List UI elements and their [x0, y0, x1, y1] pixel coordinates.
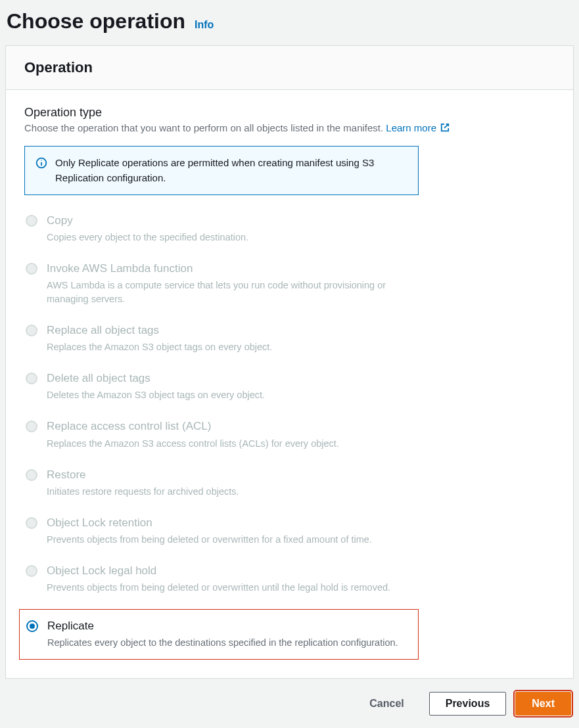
radio-description: Replaces the Amazon S3 access control li… — [47, 437, 339, 451]
radio-description: Replaces the Amazon S3 object tags on ev… — [47, 340, 272, 354]
radio-option-copy: CopyCopies every object to the specified… — [24, 211, 419, 247]
radio-text: ReplicateReplicates every object to the … — [47, 619, 398, 650]
radio-icon — [26, 215, 37, 227]
radio-option-replicate[interactable]: ReplicateReplicates every object to the … — [19, 609, 419, 660]
info-alert: Only Replicate operations are permitted … — [24, 146, 419, 195]
page-title: Choose operation — [7, 9, 185, 34]
radio-description: Prevents objects from being deleted or o… — [47, 581, 390, 595]
radio-label: Object Lock retention — [47, 516, 372, 530]
external-link-icon — [440, 123, 450, 134]
wizard-footer: Cancel Previous Next — [5, 679, 574, 728]
radio-icon — [26, 325, 37, 336]
svg-point-2 — [41, 160, 41, 161]
radio-description: Copies every object to the specified des… — [47, 231, 248, 244]
section-subtitle-text: Choose the operation that you want to pe… — [24, 122, 386, 133]
radio-description: Initiates restore requests for archived … — [47, 485, 239, 499]
panel-title: Operation — [24, 59, 555, 76]
previous-button[interactable]: Previous — [429, 692, 507, 716]
cancel-button[interactable]: Cancel — [354, 692, 419, 716]
radio-option-invoke-lambda: Invoke AWS Lambda functionAWS Lambda is … — [24, 259, 419, 309]
learn-more-link[interactable]: Learn more — [386, 122, 450, 133]
section-title: Operation type — [24, 106, 555, 120]
radio-text: Replace all object tagsReplaces the Amaz… — [47, 323, 272, 354]
radio-label: Copy — [47, 214, 248, 228]
panel-header: Operation — [6, 46, 573, 90]
radio-label: Restore — [47, 468, 239, 482]
radio-icon — [26, 565, 37, 577]
radio-text: CopyCopies every object to the specified… — [47, 214, 248, 244]
radio-icon — [26, 469, 37, 481]
radio-text: Invoke AWS Lambda functionAWS Lambda is … — [47, 262, 417, 306]
radio-option-replace-acl: Replace access control list (ACL)Replace… — [24, 417, 419, 453]
radio-label: Replicate — [47, 619, 398, 633]
radio-label: Replace access control list (ACL) — [47, 419, 339, 434]
operation-type-radio-group: CopyCopies every object to the specified… — [24, 211, 555, 660]
radio-text: RestoreInitiates restore requests for ar… — [47, 468, 239, 499]
radio-label: Invoke AWS Lambda function — [47, 262, 417, 276]
radio-option-delete-tags: Delete all object tagsDeletes the Amazon… — [24, 369, 419, 405]
radio-option-object-lock-retention: Object Lock retentionPrevents objects fr… — [24, 513, 419, 549]
radio-option-replace-tags: Replace all object tagsReplaces the Amaz… — [24, 321, 419, 357]
page-header: Choose operation Info — [5, 5, 574, 45]
section-subtitle: Choose the operation that you want to pe… — [24, 122, 555, 134]
learn-more-text: Learn more — [386, 122, 436, 133]
radio-text: Object Lock legal holdPrevents objects f… — [47, 564, 390, 595]
radio-label: Replace all object tags — [47, 323, 272, 338]
info-icon — [35, 157, 47, 185]
next-button[interactable]: Next — [515, 692, 571, 716]
radio-text: Replace access control list (ACL)Replace… — [47, 419, 339, 450]
radio-option-restore: RestoreInitiates restore requests for ar… — [24, 465, 419, 501]
radio-label: Object Lock legal hold — [47, 564, 390, 578]
radio-description: Replicates every object to the destinati… — [47, 636, 398, 650]
radio-icon — [26, 620, 38, 632]
radio-description: Deletes the Amazon S3 object tags on eve… — [47, 388, 265, 402]
radio-text: Delete all object tagsDeletes the Amazon… — [47, 371, 265, 402]
radio-description: AWS Lambda is a compute service that let… — [47, 279, 417, 306]
alert-text: Only Replicate operations are permitted … — [55, 156, 407, 185]
radio-option-object-lock-legal-hold: Object Lock legal holdPrevents objects f… — [24, 561, 419, 597]
radio-icon — [26, 263, 37, 275]
radio-label: Delete all object tags — [47, 371, 265, 386]
radio-icon — [26, 421, 37, 432]
radio-text: Object Lock retentionPrevents objects fr… — [47, 516, 372, 547]
radio-description: Prevents objects from being deleted or o… — [47, 533, 372, 547]
info-link[interactable]: Info — [195, 19, 214, 31]
radio-icon — [26, 373, 37, 384]
radio-icon — [26, 517, 37, 529]
operation-panel: Operation Operation type Choose the oper… — [5, 45, 574, 679]
